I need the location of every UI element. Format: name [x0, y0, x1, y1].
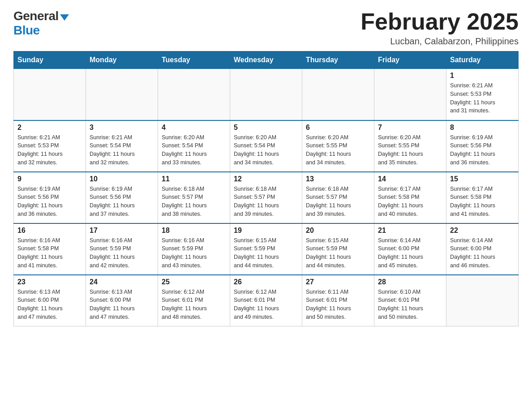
- day-number: 24: [90, 278, 154, 286]
- calendar-week-row: 23Sunrise: 6:13 AM Sunset: 6:00 PM Dayli…: [14, 275, 519, 326]
- weekday-header-wednesday: Wednesday: [230, 51, 302, 69]
- day-number: 16: [17, 227, 82, 235]
- day-info: Sunrise: 6:20 AM Sunset: 5:55 PM Dayligh…: [306, 133, 370, 167]
- calendar-week-row: 1Sunrise: 6:21 AM Sunset: 5:53 PM Daylig…: [14, 69, 519, 120]
- calendar-week-row: 9Sunrise: 6:19 AM Sunset: 5:56 PM Daylig…: [14, 172, 519, 223]
- calendar-cell: 28Sunrise: 6:10 AM Sunset: 6:01 PM Dayli…: [374, 275, 446, 326]
- day-number: 28: [378, 278, 442, 286]
- calendar-cell: [302, 69, 374, 120]
- calendar-cell: [86, 69, 158, 120]
- calendar-cell: 12Sunrise: 6:18 AM Sunset: 5:57 PM Dayli…: [230, 172, 302, 223]
- title-block: February 2025 Lucban, Calabarzon, Philip…: [360, 9, 519, 47]
- calendar-cell: 26Sunrise: 6:12 AM Sunset: 6:01 PM Dayli…: [230, 275, 302, 326]
- day-info: Sunrise: 6:14 AM Sunset: 6:00 PM Dayligh…: [450, 236, 515, 270]
- day-info: Sunrise: 6:20 AM Sunset: 5:55 PM Dayligh…: [378, 133, 442, 167]
- calendar-cell: 22Sunrise: 6:14 AM Sunset: 6:00 PM Dayli…: [446, 223, 519, 275]
- day-info: Sunrise: 6:21 AM Sunset: 5:53 PM Dayligh…: [450, 81, 515, 115]
- page-header: General Blue February 2025 Lucban, Calab…: [13, 9, 519, 47]
- calendar-cell: 1Sunrise: 6:21 AM Sunset: 5:53 PM Daylig…: [446, 69, 519, 120]
- calendar-cell: 5Sunrise: 6:20 AM Sunset: 5:54 PM Daylig…: [230, 120, 302, 172]
- day-number: 15: [450, 175, 515, 183]
- calendar-cell: 18Sunrise: 6:16 AM Sunset: 5:59 PM Dayli…: [158, 223, 230, 275]
- calendar-cell: 10Sunrise: 6:19 AM Sunset: 5:56 PM Dayli…: [86, 172, 158, 223]
- calendar-cell: 2Sunrise: 6:21 AM Sunset: 5:53 PM Daylig…: [14, 120, 86, 172]
- weekday-header-tuesday: Tuesday: [158, 51, 230, 69]
- day-info: Sunrise: 6:19 AM Sunset: 5:56 PM Dayligh…: [450, 133, 515, 167]
- day-number: 11: [162, 175, 226, 183]
- day-number: 23: [17, 278, 82, 286]
- calendar-week-row: 16Sunrise: 6:16 AM Sunset: 5:58 PM Dayli…: [14, 223, 519, 275]
- calendar-cell: 16Sunrise: 6:16 AM Sunset: 5:58 PM Dayli…: [14, 223, 86, 275]
- calendar-cell: 8Sunrise: 6:19 AM Sunset: 5:56 PM Daylig…: [446, 120, 519, 172]
- calendar-cell: 23Sunrise: 6:13 AM Sunset: 6:00 PM Dayli…: [14, 275, 86, 326]
- day-info: Sunrise: 6:17 AM Sunset: 5:58 PM Dayligh…: [378, 185, 442, 218]
- calendar-cell: 4Sunrise: 6:20 AM Sunset: 5:54 PM Daylig…: [158, 120, 230, 172]
- day-info: Sunrise: 6:12 AM Sunset: 6:01 PM Dayligh…: [234, 288, 298, 321]
- day-number: 26: [234, 278, 298, 286]
- calendar-cell: 17Sunrise: 6:16 AM Sunset: 5:59 PM Dayli…: [86, 223, 158, 275]
- day-info: Sunrise: 6:16 AM Sunset: 5:59 PM Dayligh…: [162, 236, 226, 270]
- calendar-cell: [158, 69, 230, 120]
- day-info: Sunrise: 6:15 AM Sunset: 5:59 PM Dayligh…: [306, 236, 370, 270]
- day-number: 6: [306, 124, 370, 132]
- day-info: Sunrise: 6:16 AM Sunset: 5:59 PM Dayligh…: [90, 236, 154, 270]
- day-number: 19: [234, 227, 298, 235]
- day-info: Sunrise: 6:21 AM Sunset: 5:53 PM Dayligh…: [17, 133, 82, 167]
- day-info: Sunrise: 6:14 AM Sunset: 6:00 PM Dayligh…: [378, 236, 442, 270]
- day-info: Sunrise: 6:12 AM Sunset: 6:01 PM Dayligh…: [162, 288, 226, 321]
- weekday-header-saturday: Saturday: [446, 51, 519, 69]
- day-info: Sunrise: 6:21 AM Sunset: 5:54 PM Dayligh…: [90, 133, 154, 167]
- calendar-cell: 27Sunrise: 6:11 AM Sunset: 6:01 PM Dayli…: [302, 275, 374, 326]
- day-number: 3: [90, 124, 154, 132]
- day-info: Sunrise: 6:20 AM Sunset: 5:54 PM Dayligh…: [234, 133, 298, 167]
- logo-triangle-icon: [60, 14, 69, 21]
- day-number: 22: [450, 227, 515, 235]
- day-number: 27: [306, 278, 370, 286]
- calendar-cell: [446, 275, 519, 326]
- calendar-cell: 11Sunrise: 6:18 AM Sunset: 5:57 PM Dayli…: [158, 172, 230, 223]
- day-info: Sunrise: 6:16 AM Sunset: 5:58 PM Dayligh…: [17, 236, 82, 270]
- calendar-cell: [374, 69, 446, 120]
- day-number: 8: [450, 124, 515, 132]
- calendar-cell: 14Sunrise: 6:17 AM Sunset: 5:58 PM Dayli…: [374, 172, 446, 223]
- calendar-cell: [230, 69, 302, 120]
- day-number: 21: [378, 227, 442, 235]
- day-number: 4: [162, 124, 226, 132]
- calendar-cell: 19Sunrise: 6:15 AM Sunset: 5:59 PM Dayli…: [230, 223, 302, 275]
- day-number: 14: [378, 175, 442, 183]
- day-info: Sunrise: 6:18 AM Sunset: 5:57 PM Dayligh…: [162, 185, 226, 218]
- logo-general-text: General: [13, 9, 59, 23]
- calendar-table: SundayMondayTuesdayWednesdayThursdayFrid…: [13, 51, 519, 326]
- day-info: Sunrise: 6:13 AM Sunset: 6:00 PM Dayligh…: [17, 288, 82, 321]
- day-info: Sunrise: 6:17 AM Sunset: 5:58 PM Dayligh…: [450, 185, 515, 218]
- day-info: Sunrise: 6:10 AM Sunset: 6:01 PM Dayligh…: [378, 288, 442, 321]
- logo: General Blue: [13, 9, 69, 38]
- day-number: 9: [17, 175, 82, 183]
- calendar-cell: [14, 69, 86, 120]
- calendar-cell: 13Sunrise: 6:18 AM Sunset: 5:57 PM Dayli…: [302, 172, 374, 223]
- calendar-cell: 15Sunrise: 6:17 AM Sunset: 5:58 PM Dayli…: [446, 172, 519, 223]
- day-info: Sunrise: 6:15 AM Sunset: 5:59 PM Dayligh…: [234, 236, 298, 270]
- calendar-cell: 24Sunrise: 6:13 AM Sunset: 6:00 PM Dayli…: [86, 275, 158, 326]
- calendar-cell: 6Sunrise: 6:20 AM Sunset: 5:55 PM Daylig…: [302, 120, 374, 172]
- month-title: February 2025: [360, 9, 519, 34]
- day-number: 12: [234, 175, 298, 183]
- calendar-cell: 3Sunrise: 6:21 AM Sunset: 5:54 PM Daylig…: [86, 120, 158, 172]
- day-info: Sunrise: 6:19 AM Sunset: 5:56 PM Dayligh…: [17, 185, 82, 218]
- day-info: Sunrise: 6:18 AM Sunset: 5:57 PM Dayligh…: [234, 185, 298, 218]
- location-text: Lucban, Calabarzon, Philippines: [360, 36, 519, 47]
- day-number: 10: [90, 175, 154, 183]
- calendar-cell: 9Sunrise: 6:19 AM Sunset: 5:56 PM Daylig…: [14, 172, 86, 223]
- day-number: 18: [162, 227, 226, 235]
- weekday-header-monday: Monday: [86, 51, 158, 69]
- day-number: 13: [306, 175, 370, 183]
- calendar-cell: 7Sunrise: 6:20 AM Sunset: 5:55 PM Daylig…: [374, 120, 446, 172]
- day-number: 1: [450, 72, 515, 80]
- logo-blue-text: Blue: [13, 23, 40, 38]
- day-number: 25: [162, 278, 226, 286]
- weekday-header-friday: Friday: [374, 51, 446, 69]
- calendar-cell: 21Sunrise: 6:14 AM Sunset: 6:00 PM Dayli…: [374, 223, 446, 275]
- day-number: 7: [378, 124, 442, 132]
- day-number: 20: [306, 227, 370, 235]
- day-info: Sunrise: 6:13 AM Sunset: 6:00 PM Dayligh…: [90, 288, 154, 321]
